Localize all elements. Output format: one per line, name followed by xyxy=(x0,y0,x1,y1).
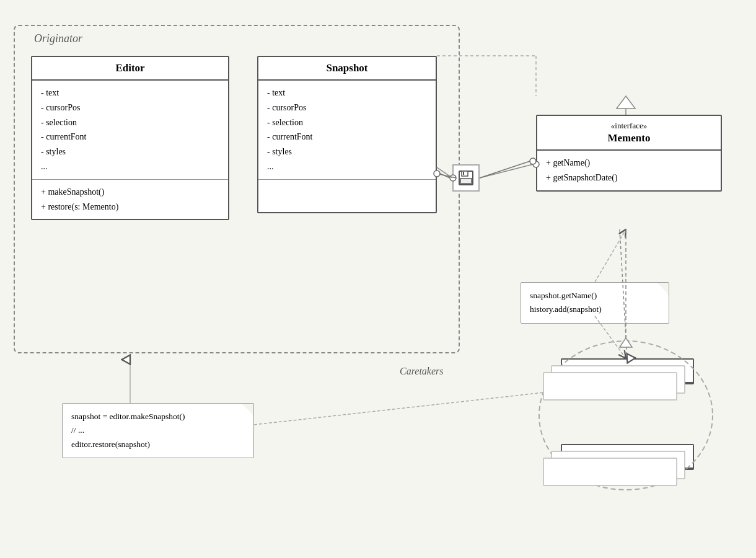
history-class: History xyxy=(561,358,694,384)
editor-attributes: - text - cursorPos - selection - current… xyxy=(32,81,228,180)
editor-class: Editor - text - cursorPos - selection - … xyxy=(31,56,229,220)
history-title: History xyxy=(562,360,693,383)
snapshot-methods xyxy=(258,180,436,212)
svg-rect-3 xyxy=(460,179,472,184)
editor-methods: + makeSnapshot() + restore(s: Memento) xyxy=(32,180,228,219)
svg-line-16 xyxy=(595,229,626,282)
svg-rect-2 xyxy=(463,172,464,175)
memento-header: «interface» Memento xyxy=(537,116,721,151)
originator-label: Originator xyxy=(34,32,82,45)
svg-point-24 xyxy=(530,158,536,164)
snapshot-title: Snapshot xyxy=(258,57,436,81)
note2: snapshot = editor.makeSnapshot() // ... … xyxy=(62,403,254,458)
command-title: Command xyxy=(562,445,693,469)
caretakers-label: Caretakers xyxy=(400,366,444,377)
svg-line-25 xyxy=(480,161,530,178)
svg-marker-13 xyxy=(617,96,635,108)
memento-methods: + getName() + getSnapshotDate() xyxy=(537,151,721,190)
editor-title: Editor xyxy=(32,57,228,81)
snapshot-class: Snapshot - text - cursorPos - selection … xyxy=(257,56,437,213)
memento-title: Memento xyxy=(608,132,651,144)
svg-line-9 xyxy=(480,164,533,178)
svg-marker-27 xyxy=(620,338,632,347)
svg-line-18 xyxy=(254,391,561,425)
command-class: Command xyxy=(561,444,694,470)
note1: snapshot.getName() history.add(snapshot) xyxy=(521,282,669,324)
snapshot-attributes: - text - cursorPos - selection - current… xyxy=(258,81,436,180)
floppy-icon xyxy=(452,164,480,192)
memento-stereotype: «interface» xyxy=(545,121,713,131)
memento-class: «interface» Memento + getName() + getSna… xyxy=(536,115,722,192)
svg-rect-1 xyxy=(462,171,468,176)
